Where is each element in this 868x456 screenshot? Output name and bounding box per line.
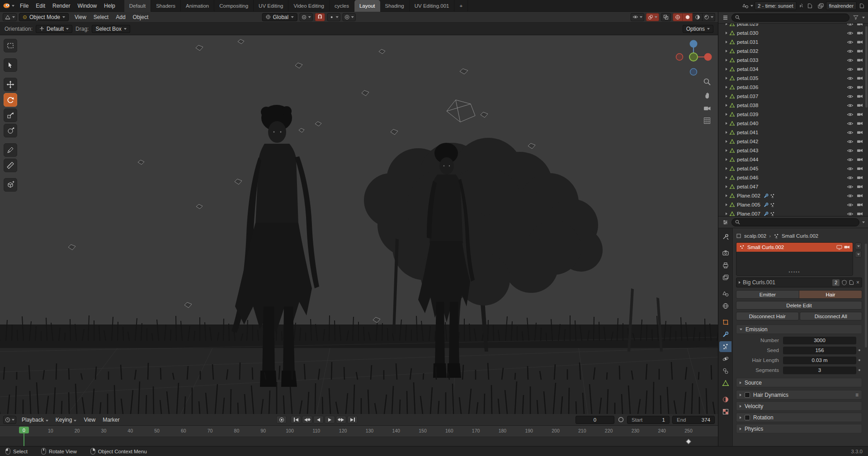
- object-name[interactable]: petal.031: [737, 39, 758, 45]
- tool-rotate-button[interactable]: [4, 93, 17, 107]
- outliner-row[interactable]: petal.041: [718, 128, 865, 137]
- viewport-menu-item[interactable]: Select: [90, 13, 112, 21]
- properties-tab-world[interactable]: [719, 301, 731, 311]
- menu-item[interactable]: Window: [74, 2, 100, 10]
- expand-arrow-icon[interactable]: [726, 131, 727, 134]
- shading-material-button[interactable]: [693, 13, 703, 21]
- object-name[interactable]: petal.043: [737, 148, 758, 153]
- outliner-row[interactable]: petal.029: [718, 24, 865, 28]
- tool-move-button[interactable]: [4, 78, 17, 91]
- camera-view-icon[interactable]: [703, 105, 711, 111]
- object-name[interactable]: petal.034: [737, 66, 758, 72]
- properties-tab-modifiers[interactable]: [719, 329, 731, 340]
- field-value[interactable]: 156: [783, 347, 856, 354]
- object-name[interactable]: Plane.007: [737, 211, 760, 216]
- new-view-layer-icon[interactable]: [858, 2, 865, 9]
- object-name[interactable]: petal.039: [737, 112, 758, 117]
- disable-render-camera-icon[interactable]: [857, 49, 863, 53]
- outliner-row[interactable]: Plane.005: [718, 200, 865, 209]
- object-name[interactable]: petal.045: [737, 166, 758, 171]
- expand-arrow-icon[interactable]: [726, 68, 727, 71]
- workspace-tab[interactable]: Default: [124, 0, 151, 12]
- hide-eye-icon[interactable]: [847, 175, 854, 180]
- expand-arrow-icon[interactable]: [726, 158, 727, 161]
- hide-eye-icon[interactable]: [847, 121, 854, 126]
- disable-render-camera-icon[interactable]: [857, 166, 863, 171]
- transform-orientation-dropdown[interactable]: Global: [262, 13, 297, 21]
- disable-render-camera-icon[interactable]: [857, 130, 863, 135]
- object-name[interactable]: petal.038: [737, 103, 758, 108]
- modifier-wrench-icon[interactable]: [764, 212, 769, 216]
- properties-scrollbar[interactable]: [865, 244, 867, 348]
- disable-render-camera-icon[interactable]: [857, 58, 863, 62]
- properties-tab-texture[interactable]: [719, 406, 731, 417]
- outliner-row[interactable]: petal.038: [718, 101, 865, 110]
- hide-eye-icon[interactable]: [847, 193, 854, 198]
- list-resize-grip[interactable]: •••••: [789, 270, 801, 274]
- properties-tab-particles[interactable]: [719, 341, 731, 352]
- expand-arrow-icon[interactable]: [726, 59, 727, 61]
- disable-render-camera-icon[interactable]: [857, 31, 863, 35]
- object-name[interactable]: petal.032: [737, 48, 758, 54]
- properties-tab-output[interactable]: [719, 260, 731, 271]
- timeline-scrub-area[interactable]: 0102030405060708090100110120130140150160…: [0, 426, 718, 446]
- outliner-scrollbar[interactable]: [865, 26, 868, 108]
- expand-arrow-icon[interactable]: [726, 212, 727, 215]
- properties-panel-header[interactable]: Velocity ≡: [736, 401, 862, 411]
- shading-rendered-button[interactable]: [703, 13, 715, 21]
- animate-dot[interactable]: [856, 369, 862, 371]
- disconnect-hair-button[interactable]: Disconnect Hair: [736, 312, 799, 320]
- hide-eye-icon[interactable]: [847, 85, 854, 90]
- workspace-tab[interactable]: UV Editing: [254, 0, 288, 12]
- particle-list-filter-button[interactable]: [855, 251, 862, 258]
- disable-render-camera-icon[interactable]: [857, 121, 863, 126]
- object-name[interactable]: petal.044: [737, 157, 758, 162]
- scene-icon[interactable]: [742, 2, 749, 9]
- xray-toggle-button[interactable]: [661, 13, 671, 21]
- expand-arrow-icon[interactable]: [726, 41, 727, 43]
- new-copy-icon[interactable]: [849, 280, 854, 285]
- properties-tab-view-layer[interactable]: [719, 272, 731, 283]
- outliner-row[interactable]: petal.034: [718, 65, 865, 74]
- expand-arrow-icon[interactable]: [726, 86, 727, 89]
- viewport-menu-item[interactable]: View: [71, 13, 90, 21]
- object-name[interactable]: petal.040: [737, 121, 758, 126]
- object-name[interactable]: petal.037: [737, 94, 758, 99]
- disable-render-camera-icon[interactable]: [857, 67, 863, 71]
- hide-eye-icon[interactable]: [847, 166, 854, 171]
- hide-eye-icon[interactable]: [847, 24, 854, 27]
- hide-eye-icon[interactable]: [847, 184, 854, 189]
- snap-magnet-icon[interactable]: [315, 13, 325, 21]
- filter-icon[interactable]: [852, 14, 859, 21]
- object-name[interactable]: petal.047: [737, 184, 758, 189]
- outliner-row[interactable]: petal.031: [718, 38, 865, 47]
- keyframe-diamond[interactable]: [686, 439, 691, 444]
- workspace-tab[interactable]: UV Editing.001: [410, 0, 455, 12]
- view-layer-icon[interactable]: [817, 2, 825, 9]
- particle-system-item[interactable]: Small Curls.002: [736, 243, 853, 252]
- disable-render-camera-icon[interactable]: [857, 148, 863, 153]
- emission-panel-header[interactable]: Emission: [736, 324, 862, 334]
- keying-set-icon[interactable]: [617, 416, 624, 423]
- disconnect-all-button[interactable]: Disconnect All: [800, 312, 863, 320]
- emitter-toggle-button[interactable]: Emitter: [736, 290, 799, 299]
- hide-eye-icon[interactable]: [847, 148, 854, 153]
- tool-add-primitive-button[interactable]: [4, 178, 17, 192]
- object-name[interactable]: petal.046: [737, 175, 758, 180]
- render-enable-camera-icon[interactable]: [844, 245, 850, 250]
- expand-arrow-icon[interactable]: [726, 104, 727, 107]
- properties-tab-material[interactable]: [719, 394, 731, 405]
- source-subpanel-header[interactable]: Source: [736, 378, 862, 387]
- fake-user-shield-icon[interactable]: [842, 280, 847, 285]
- object-name[interactable]: petal.035: [737, 75, 758, 81]
- shading-wireframe-button[interactable]: [673, 13, 683, 21]
- workspace-tab[interactable]: Video Editing: [288, 0, 330, 12]
- timeline-track[interactable]: [0, 437, 718, 446]
- outliner-search-input[interactable]: [731, 14, 849, 22]
- object-name[interactable]: petal.033: [737, 57, 758, 63]
- expand-arrow-icon[interactable]: [726, 50, 727, 52]
- hide-eye-icon[interactable]: [847, 76, 854, 81]
- disable-render-camera-icon[interactable]: [857, 94, 863, 99]
- menu-item[interactable]: Edit: [32, 2, 49, 10]
- workspace-tab[interactable]: cycles: [330, 0, 354, 12]
